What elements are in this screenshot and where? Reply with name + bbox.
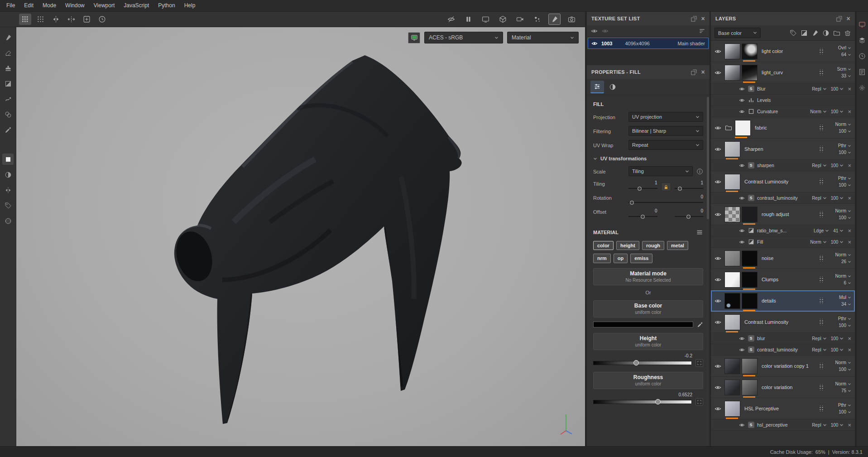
opacity-select[interactable]: 100 — [839, 129, 851, 134]
settings-panel-icon[interactable] — [858, 84, 867, 92]
particles-icon[interactable] — [531, 14, 543, 25]
remove-effect-icon[interactable]: × — [848, 336, 851, 342]
camera-icon[interactable] — [514, 14, 526, 25]
menu-help[interactable]: Help — [180, 0, 200, 11]
layer-thumbnail[interactable] — [724, 250, 740, 266]
layer-row[interactable]: fabricNorm100 — [711, 117, 855, 139]
roughness-slider[interactable] — [593, 399, 692, 405]
effect-row[interactable]: CurvatureNorm100× — [711, 106, 855, 117]
offset-y-slider[interactable]: 0 — [675, 208, 704, 221]
layer-thumbnail[interactable] — [742, 250, 758, 266]
visibility-toggle-icon[interactable] — [739, 239, 745, 245]
add-folder-icon[interactable] — [833, 29, 840, 37]
eraser-tool[interactable] — [2, 47, 14, 58]
history-panel-icon[interactable] — [858, 53, 867, 61]
effect-blend-select[interactable]: Repl — [812, 347, 827, 352]
opacity-select[interactable]: 6 — [844, 280, 851, 285]
layer-row[interactable]: SharpenPthr100 — [711, 139, 855, 160]
colorspace-dropdown[interactable]: ACES - sRGB — [424, 32, 503, 43]
layer-thumbnail[interactable] — [742, 43, 758, 59]
layer-thumbnail[interactable] — [724, 43, 740, 59]
opacity-select[interactable]: 100 — [839, 150, 851, 155]
tiling-lock-icon[interactable] — [661, 183, 671, 191]
effect-row[interactable]: Scontrast_luminosityRepl100× — [711, 192, 855, 204]
menu-file[interactable]: File — [2, 0, 19, 11]
close-panel-icon[interactable]: × — [701, 69, 705, 75]
height-button[interactable]: Height uniform color — [593, 333, 703, 350]
rotation-slider[interactable]: 0 — [628, 194, 703, 207]
layer-thumbnail[interactable] — [724, 207, 740, 222]
effect-row[interactable]: SBlurRepl100× — [711, 83, 855, 95]
display-frame-icon[interactable] — [480, 14, 492, 25]
layer-thumbnail[interactable] — [724, 293, 740, 309]
effect-row[interactable]: Scontrast_luminosityRepl100× — [711, 344, 855, 356]
symmetry-icon[interactable] — [50, 14, 62, 25]
expand-slider-icon[interactable] — [695, 359, 703, 367]
smudge-tool[interactable] — [2, 93, 14, 105]
channel-chip-color[interactable]: color — [593, 241, 614, 250]
offset-x-slider[interactable]: 0 — [628, 208, 657, 221]
remove-effect-icon[interactable]: × — [848, 86, 851, 92]
channel-chip-metal[interactable]: metal — [667, 241, 688, 250]
layer-row[interactable]: light colorOvrl64 — [711, 41, 855, 62]
layer-thumbnail[interactable] — [724, 358, 740, 374]
channel-filter-dropdown[interactable]: Base color — [715, 28, 761, 38]
effect-opacity-select[interactable]: 100 — [831, 423, 844, 428]
layer-thumbnail[interactable] — [724, 401, 740, 417]
quick-mask-tool[interactable] — [2, 169, 14, 180]
effect-opacity-select[interactable]: 41 — [833, 228, 844, 233]
layer-thumbnail[interactable] — [742, 65, 758, 81]
visibility-toggle-icon[interactable] — [715, 255, 721, 262]
visibility-toggle-icon[interactable] — [715, 146, 721, 153]
menu-mode[interactable]: Mode — [38, 0, 61, 11]
effect-row[interactable]: SsharpenRepl100× — [711, 160, 855, 171]
effect-opacity-select[interactable]: 100 — [831, 87, 844, 91]
opacity-select[interactable]: 64 — [841, 52, 851, 57]
effect-blend-select[interactable]: Norm — [810, 109, 826, 114]
visibility-toggle-icon[interactable] — [715, 319, 721, 326]
visibility-toggle-icon[interactable] — [739, 97, 745, 103]
visibility-toggle-icon[interactable] — [715, 48, 721, 55]
base-color-button[interactable]: Base color uniform color — [593, 300, 703, 317]
add-mask-icon[interactable] — [822, 29, 830, 37]
effect-blend-select[interactable]: Repl — [812, 423, 827, 428]
blend-mode-select[interactable]: Norm — [835, 360, 851, 365]
layer-thumbnail[interactable] — [724, 141, 740, 157]
effect-opacity-select[interactable]: 100 — [831, 240, 844, 245]
color-picker-icon[interactable] — [697, 322, 703, 328]
blend-mode-select[interactable]: Norm — [835, 381, 851, 386]
visibility-toggle-icon[interactable] — [739, 336, 745, 342]
paint-grid-icon[interactable] — [19, 14, 31, 25]
opacity-select[interactable]: 34 — [841, 302, 851, 307]
effect-row[interactable]: Levels — [711, 95, 855, 106]
visibility-toggle-icon[interactable] — [715, 125, 721, 131]
symmetry-settings-tool[interactable] — [2, 184, 14, 196]
remove-effect-icon[interactable]: × — [848, 347, 851, 353]
texture-set-visibility-icon[interactable] — [591, 40, 598, 47]
projection-dropdown[interactable]: UV projection — [628, 112, 703, 122]
effect-opacity-select[interactable]: 100 — [831, 336, 844, 341]
geometry-view-icon[interactable] — [497, 14, 509, 25]
visibility-toggle-icon[interactable] — [739, 347, 745, 353]
effect-opacity-select[interactable]: 100 — [831, 109, 844, 114]
layer-row[interactable]: color variation copy 1Norm100 — [711, 356, 855, 377]
visibility-toggle-icon[interactable] — [715, 384, 721, 391]
tab-material-preview[interactable] — [606, 81, 619, 93]
add-paint-layer-icon[interactable] — [811, 29, 819, 37]
remove-effect-icon[interactable]: × — [848, 239, 851, 245]
delete-layer-icon[interactable] — [844, 29, 851, 37]
layer-row[interactable]: rough adjustNorm100 — [711, 204, 855, 225]
blend-mode-select[interactable]: Pthr — [838, 176, 851, 181]
layer-row[interactable]: Contrast LuminosityPthr100 — [711, 312, 855, 333]
effect-row[interactable]: Shsl_perceptiveRepl100× — [711, 419, 855, 431]
layer-row[interactable]: detailsMul34 — [711, 290, 855, 312]
show-hidden-icon[interactable] — [602, 28, 609, 34]
pause-engine-icon[interactable] — [462, 14, 475, 25]
brush-tool-icon[interactable] — [548, 14, 561, 25]
blend-mode-select[interactable]: Pthr — [838, 316, 851, 321]
blend-mode-select[interactable]: Scrn — [837, 67, 851, 72]
effect-blend-select[interactable]: Repl — [812, 336, 827, 341]
effect-blend-select[interactable]: Norm — [810, 240, 826, 245]
effect-blend-select[interactable]: Repl — [812, 196, 827, 201]
blend-mode-select[interactable]: Norm — [835, 208, 851, 213]
